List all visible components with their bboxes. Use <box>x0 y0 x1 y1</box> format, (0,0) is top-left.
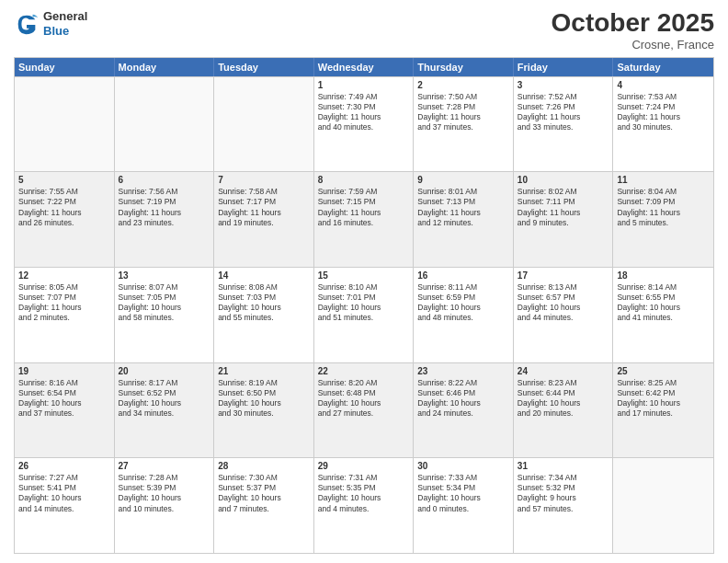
calendar-cell: 30Sunrise: 7:33 AM Sunset: 5:34 PM Dayli… <box>414 458 514 553</box>
day-number: 13 <box>119 270 210 281</box>
day-number: 1 <box>318 80 410 90</box>
calendar-cell: 6Sunrise: 7:56 AM Sunset: 7:19 PM Daylig… <box>115 172 215 267</box>
calendar-cell: 28Sunrise: 7:30 AM Sunset: 5:37 PM Dayli… <box>214 458 314 553</box>
calendar-cell: 22Sunrise: 8:20 AM Sunset: 6:48 PM Dayli… <box>314 363 415 458</box>
title-block: October 2025 Crosne, France <box>552 9 714 52</box>
weekday-header: Monday <box>115 58 215 76</box>
month-title: October 2025 <box>552 9 714 38</box>
calendar-cell: 17Sunrise: 8:13 AM Sunset: 6:57 PM Dayli… <box>514 268 614 362</box>
cell-text: Sunrise: 8:25 AM Sunset: 6:42 PM Dayligh… <box>617 378 710 419</box>
cell-text: Sunrise: 7:34 AM Sunset: 5:32 PM Dayligh… <box>518 473 609 513</box>
calendar-cell: 18Sunrise: 8:14 AM Sunset: 6:55 PM Dayli… <box>613 268 713 362</box>
day-number: 8 <box>318 175 410 185</box>
cell-text: Sunrise: 7:58 AM Sunset: 7:17 PM Dayligh… <box>218 187 310 227</box>
cell-text: Sunrise: 7:56 AM Sunset: 7:19 PM Dayligh… <box>119 187 210 227</box>
calendar-cell: 21Sunrise: 8:19 AM Sunset: 6:50 PM Dayli… <box>214 363 314 458</box>
calendar-row: 5Sunrise: 7:55 AM Sunset: 7:22 PM Daylig… <box>15 171 713 267</box>
calendar-cell <box>613 458 713 553</box>
weekday-header: Thursday <box>414 58 514 76</box>
day-number: 14 <box>218 270 310 281</box>
cell-text: Sunrise: 8:02 AM Sunset: 7:11 PM Dayligh… <box>518 187 609 227</box>
cell-text: Sunrise: 8:14 AM Sunset: 6:55 PM Dayligh… <box>617 282 710 323</box>
cell-text: Sunrise: 7:59 AM Sunset: 7:15 PM Dayligh… <box>318 187 410 227</box>
weekday-header: Friday <box>514 58 614 76</box>
day-number: 6 <box>119 175 210 185</box>
day-number: 2 <box>417 80 509 90</box>
cell-text: Sunrise: 7:27 AM Sunset: 5:41 PM Dayligh… <box>18 473 110 513</box>
day-number: 25 <box>617 366 710 376</box>
calendar-cell: 8Sunrise: 7:59 AM Sunset: 7:15 PM Daylig… <box>314 172 415 267</box>
calendar-cell: 16Sunrise: 8:11 AM Sunset: 6:59 PM Dayli… <box>414 268 514 362</box>
cell-text: Sunrise: 8:20 AM Sunset: 6:48 PM Dayligh… <box>318 378 410 419</box>
day-number: 27 <box>119 461 210 471</box>
day-number: 3 <box>518 80 609 90</box>
page: General Blue October 2025 Crosne, France… <box>0 0 728 563</box>
cell-text: Sunrise: 7:55 AM Sunset: 7:22 PM Dayligh… <box>18 187 110 227</box>
cell-text: Sunrise: 8:05 AM Sunset: 7:07 PM Dayligh… <box>18 282 110 323</box>
cell-text: Sunrise: 8:08 AM Sunset: 7:03 PM Dayligh… <box>218 282 310 323</box>
cell-text: Sunrise: 7:33 AM Sunset: 5:34 PM Dayligh… <box>417 473 509 513</box>
day-number: 16 <box>417 270 509 281</box>
day-number: 24 <box>518 366 609 376</box>
cell-text: Sunrise: 8:22 AM Sunset: 6:46 PM Dayligh… <box>417 378 509 419</box>
weekday-header: Wednesday <box>314 58 415 76</box>
day-number: 21 <box>218 366 310 376</box>
calendar-cell: 29Sunrise: 7:31 AM Sunset: 5:35 PM Dayli… <box>314 458 415 553</box>
cell-text: Sunrise: 7:30 AM Sunset: 5:37 PM Dayligh… <box>218 473 310 513</box>
day-number: 5 <box>18 175 110 185</box>
calendar-cell: 11Sunrise: 8:04 AM Sunset: 7:09 PM Dayli… <box>613 172 713 267</box>
calendar-cell: 27Sunrise: 7:28 AM Sunset: 5:39 PM Dayli… <box>115 458 215 553</box>
calendar-cell: 31Sunrise: 7:34 AM Sunset: 5:32 PM Dayli… <box>514 458 614 553</box>
calendar-cell: 5Sunrise: 7:55 AM Sunset: 7:22 PM Daylig… <box>15 172 115 267</box>
cell-text: Sunrise: 8:04 AM Sunset: 7:09 PM Dayligh… <box>617 187 710 227</box>
calendar-row: 19Sunrise: 8:16 AM Sunset: 6:54 PM Dayli… <box>15 362 713 458</box>
cell-text: Sunrise: 8:07 AM Sunset: 7:05 PM Dayligh… <box>119 282 210 323</box>
day-number: 31 <box>518 461 609 471</box>
calendar-cell: 23Sunrise: 8:22 AM Sunset: 6:46 PM Dayli… <box>414 363 514 458</box>
logo-blue: Blue <box>43 24 87 39</box>
day-number: 28 <box>218 461 310 471</box>
cell-text: Sunrise: 8:19 AM Sunset: 6:50 PM Dayligh… <box>218 378 310 419</box>
cell-text: Sunrise: 8:16 AM Sunset: 6:54 PM Dayligh… <box>18 378 110 419</box>
day-number: 20 <box>119 366 210 376</box>
cell-text: Sunrise: 8:11 AM Sunset: 6:59 PM Dayligh… <box>417 282 509 323</box>
calendar-cell: 15Sunrise: 8:10 AM Sunset: 7:01 PM Dayli… <box>314 268 415 362</box>
calendar-cell <box>15 77 115 172</box>
day-number: 30 <box>417 461 509 471</box>
cell-text: Sunrise: 8:23 AM Sunset: 6:44 PM Dayligh… <box>518 378 609 419</box>
logo: General Blue <box>14 9 87 38</box>
day-number: 23 <box>417 366 509 376</box>
cell-text: Sunrise: 7:31 AM Sunset: 5:35 PM Dayligh… <box>318 473 410 513</box>
calendar-row: 12Sunrise: 8:05 AM Sunset: 7:07 PM Dayli… <box>15 267 713 362</box>
logo-general: General <box>43 9 87 24</box>
day-number: 10 <box>518 175 609 185</box>
calendar-row: 1Sunrise: 7:49 AM Sunset: 7:30 PM Daylig… <box>15 76 713 172</box>
day-number: 12 <box>18 270 110 281</box>
day-number: 4 <box>617 80 710 90</box>
calendar-cell <box>115 77 215 172</box>
calendar-cell: 24Sunrise: 8:23 AM Sunset: 6:44 PM Dayli… <box>514 363 614 458</box>
cell-text: Sunrise: 8:13 AM Sunset: 6:57 PM Dayligh… <box>518 282 609 323</box>
logo-icon <box>14 11 40 37</box>
day-number: 18 <box>617 270 710 281</box>
calendar-cell: 14Sunrise: 8:08 AM Sunset: 7:03 PM Dayli… <box>214 268 314 362</box>
day-number: 19 <box>18 366 110 376</box>
weekday-header: Tuesday <box>214 58 314 76</box>
calendar-cell: 25Sunrise: 8:25 AM Sunset: 6:42 PM Dayli… <box>613 363 713 458</box>
day-number: 15 <box>318 270 410 281</box>
calendar-cell <box>214 77 314 172</box>
calendar-cell: 9Sunrise: 8:01 AM Sunset: 7:13 PM Daylig… <box>414 172 514 267</box>
cell-text: Sunrise: 8:01 AM Sunset: 7:13 PM Dayligh… <box>417 187 509 227</box>
header: General Blue October 2025 Crosne, France <box>14 9 714 52</box>
weekday-header: Sunday <box>15 58 115 76</box>
day-number: 11 <box>617 175 710 185</box>
calendar-header: SundayMondayTuesdayWednesdayThursdayFrid… <box>15 58 713 76</box>
calendar-cell: 12Sunrise: 8:05 AM Sunset: 7:07 PM Dayli… <box>15 268 115 362</box>
location: Crosne, France <box>552 38 714 52</box>
day-number: 7 <box>218 175 310 185</box>
cell-text: Sunrise: 7:52 AM Sunset: 7:26 PM Dayligh… <box>518 92 609 132</box>
day-number: 22 <box>318 366 410 376</box>
day-number: 26 <box>18 461 110 471</box>
calendar-row: 26Sunrise: 7:27 AM Sunset: 5:41 PM Dayli… <box>15 457 713 553</box>
cell-text: Sunrise: 7:28 AM Sunset: 5:39 PM Dayligh… <box>119 473 210 513</box>
